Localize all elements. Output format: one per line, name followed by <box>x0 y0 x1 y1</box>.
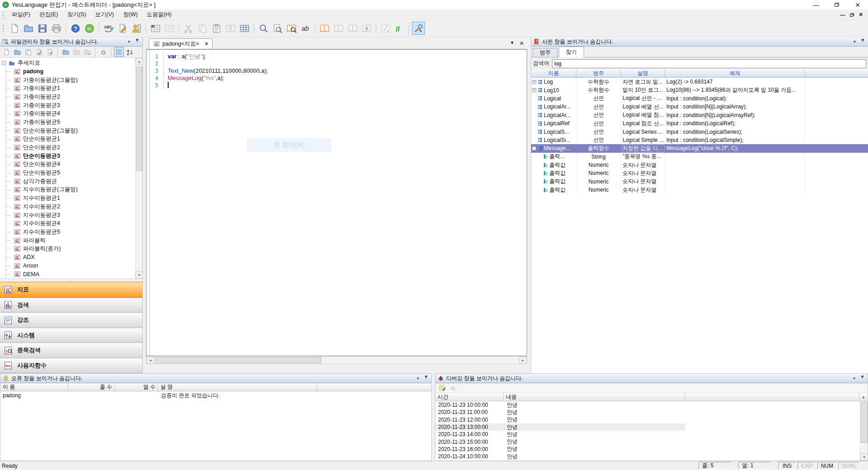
dictionary-row[interactable]: LogicalAr...선언Logical 배열 선...Input : con… <box>531 103 868 111</box>
mdi-minimize-button[interactable]: — <box>839 12 846 18</box>
code-line[interactable]: 3Text_New(20210111,110000,80000,a); <box>151 67 268 75</box>
menu-item-1[interactable]: 파일(F) <box>7 10 35 19</box>
tree-item[interactable]: 지수이동평균4 <box>0 219 135 228</box>
debug-row[interactable]: 2020-11-23 10:00:00안녕 <box>435 401 685 409</box>
rename-item-button[interactable] <box>34 47 44 57</box>
debug-row[interactable]: 2020-11-23 16:00:00안녕 <box>435 446 685 453</box>
chevron-down-icon[interactable]: ▼ <box>852 39 858 45</box>
edit-script-button[interactable] <box>116 22 129 35</box>
cut-button[interactable] <box>182 22 195 35</box>
operator-button[interactable]: ± <box>379 22 392 35</box>
tree-item[interactable]: Aroon <box>0 262 135 270</box>
scroll-right-icon[interactable]: ► <box>519 357 527 364</box>
dictionary-search-input[interactable] <box>552 59 866 68</box>
debug-row[interactable]: 2020-11-23 11:00:00안녕 <box>435 409 685 416</box>
copy-button[interactable] <box>196 22 209 35</box>
comment-button[interactable]: // <box>393 22 406 35</box>
nav-button-indicator[interactable]: 지표 <box>0 282 142 298</box>
close-button[interactable]: ✕ <box>847 0 868 9</box>
tree-item[interactable]: 파라볼릭 <box>0 236 135 245</box>
collapse-icon[interactable]: - <box>532 146 536 150</box>
yeslanguage-button[interactable]: YL <box>83 22 96 35</box>
column-header-col[interactable]: 열 수 <box>115 383 158 391</box>
vertical-splitter[interactable] <box>528 37 531 373</box>
tree-item[interactable]: 삼각가중평균 <box>0 177 135 186</box>
menu-item-3[interactable]: 찾기(S) <box>63 10 91 19</box>
code-line[interactable]: 1var : a("안녕"); <box>151 53 268 60</box>
dictionary-row[interactable]: LogicalSi...선언Logical Simple ...Input : … <box>531 136 868 144</box>
pin-icon[interactable] <box>860 38 866 45</box>
nav-button-user-function[interactable]: foo사용자함수 <box>0 358 142 374</box>
scroll-down-icon[interactable]: ▼ <box>860 453 868 461</box>
tree-item[interactable]: 단순이동평균2 <box>0 143 135 152</box>
debug-row[interactable]: 2020-11-24 10:00:00안녕 <box>435 453 685 460</box>
mdi-restore-button[interactable] <box>848 12 855 18</box>
expand-icon[interactable]: + <box>532 80 536 84</box>
column-header-desc[interactable]: 설명 <box>621 70 665 77</box>
column-header-name[interactable]: 이름 <box>531 70 576 77</box>
tree-item[interactable]: 지수이동평균(그물망) <box>0 186 135 194</box>
dictionary-row[interactable]: LogicalS...선언Logical Series ...Input : c… <box>531 127 868 136</box>
clear-log-button[interactable] <box>448 383 458 393</box>
replace-button[interactable]: ab <box>299 22 312 35</box>
split-window-button[interactable] <box>224 22 237 35</box>
list-view-button[interactable] <box>114 47 124 57</box>
scrollbar-thumb[interactable] <box>861 402 868 443</box>
folder-closed-button[interactable] <box>71 47 81 57</box>
menu-item-5[interactable]: 창(W) <box>118 10 142 19</box>
tree-item[interactable]: 지수이동평균1 <box>0 194 135 202</box>
pin-icon[interactable] <box>134 38 140 45</box>
chevron-down-icon[interactable]: ▼ <box>415 376 421 381</box>
editor-horizontal-scrollbar[interactable]: ◄ ► <box>146 356 527 364</box>
tab-category[interactable]: 범주 <box>533 48 558 57</box>
code-line[interactable]: 4MessageLog("%s",a); <box>151 75 268 82</box>
debug-row[interactable]: 2020-11-23 14:00:00안녕 <box>435 431 685 438</box>
debug-row[interactable]: 2020-11-23 12:00:00안녕 <box>435 416 685 423</box>
new-file-button[interactable] <box>8 22 21 35</box>
tab-list-icon[interactable]: ▼ <box>510 40 514 47</box>
delete-table-button[interactable] <box>163 22 176 35</box>
debug-row[interactable]: 2020-11-23 13:00:00안녕 <box>435 423 685 431</box>
dictionary-open-button[interactable] <box>318 22 331 35</box>
dictionary-row[interactable]: +Log수학함수자연 로그의 밑...Log(2) -> 0.693147 <box>531 78 868 86</box>
tab-padong[interactable]: padong<지표> × <box>149 38 212 49</box>
tree-item[interactable]: 지수이동평균3 <box>0 211 135 220</box>
dictionary-find-button[interactable] <box>285 22 298 35</box>
print-button[interactable] <box>50 22 63 35</box>
dictionary-row[interactable]: 출력값Numeric숫자나 문자열 <box>531 178 868 186</box>
tree-item[interactable]: 단순이동평균(그물망) <box>0 127 135 135</box>
open-item-button[interactable] <box>12 47 22 57</box>
drag-grip[interactable] <box>3 11 5 19</box>
tab-bar-close-icon[interactable]: ✕ <box>519 40 524 47</box>
vertical-splitter[interactable] <box>432 373 435 461</box>
scrollbar-thumb[interactable] <box>136 67 142 171</box>
tree-scrollbar[interactable]: ▲ ▼ <box>135 58 142 278</box>
copy-item-button[interactable] <box>23 47 33 57</box>
collapse-icon[interactable]: - <box>2 61 6 65</box>
tree-item[interactable]: DEMA <box>0 270 135 279</box>
dictionary-row[interactable]: LogicalAr...선언Logical 배열 참...Input : con… <box>531 111 868 119</box>
exit-button[interactable] <box>130 22 143 35</box>
column-header-desc[interactable]: 설 명 <box>158 383 317 391</box>
tree-item[interactable]: 지수이동평균5 <box>0 228 135 236</box>
scroll-up-icon[interactable]: ▲ <box>859 393 868 401</box>
dictionary-row[interactable]: +Log10수학함수밑이 10인 로그...Log10(86) --> 1.93… <box>531 86 868 94</box>
code-editor[interactable]: 1var : a("안녕");23Text_New(20210111,11000… <box>146 49 527 356</box>
dictionary-row[interactable]: -Message...출력함수지정한 값을 디...MessageLog("cl… <box>531 144 868 152</box>
dictionary-row[interactable]: 출력값Numeric숫자나 문자열 <box>531 186 868 194</box>
dictionary-row[interactable]: 출력값Numeric숫자나 문자열 <box>531 169 868 177</box>
folder-new-button[interactable] <box>61 47 71 57</box>
error-row[interactable]: padong검증이 완료 되었습니다. <box>0 391 431 400</box>
new-item-button[interactable] <box>1 47 11 57</box>
column-header-category[interactable]: 범주 <box>576 70 621 77</box>
column-header-name[interactable]: 이 름 <box>0 383 68 391</box>
code-line[interactable]: 5 <box>151 82 268 89</box>
dictionary-row[interactable]: 출력값Numeric숫자나 문자열 <box>531 161 868 169</box>
nav-button-stock-search[interactable]: 종목검색 <box>0 343 142 358</box>
tab-find[interactable]: 찾기 <box>559 47 584 57</box>
tree-item[interactable]: 가중이동평균(그물망) <box>0 76 135 85</box>
log-note-button[interactable] <box>437 383 447 393</box>
tree-item[interactable]: 단순이동평균4 <box>0 160 135 169</box>
tree-item[interactable]: 가중이동평균3 <box>0 101 135 110</box>
mdi-close-button[interactable]: ✕ <box>857 12 864 18</box>
